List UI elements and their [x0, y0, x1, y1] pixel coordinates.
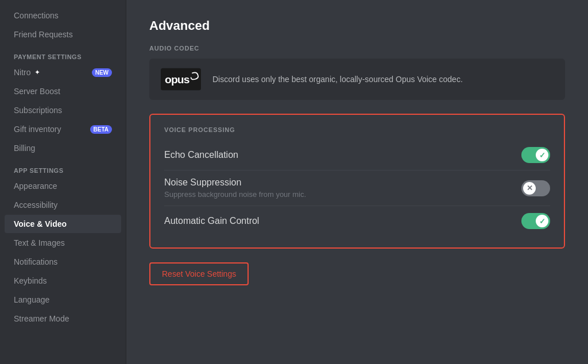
nitro-item-label: Nitro ✦	[14, 68, 40, 77]
sidebar-item-appearance[interactable]: Appearance	[5, 177, 121, 195]
sidebar-item-friend-requests[interactable]: Friend Requests	[5, 25, 121, 44]
codec-section-label: AUDIO CODEC	[149, 45, 565, 52]
sidebar-item-language[interactable]: Language	[5, 291, 121, 309]
noise-suppression-knob	[523, 182, 536, 195]
voice-processing-box: VOICE PROCESSING Echo Cancellation Noise…	[149, 114, 565, 249]
echo-cancellation-toggle[interactable]	[521, 147, 550, 163]
agc-toggle[interactable]	[521, 213, 550, 229]
sidebar-item-connections[interactable]: Connections	[5, 6, 121, 25]
noise-suppression-toggle[interactable]	[521, 180, 550, 196]
agc-knob	[536, 215, 548, 227]
codec-card: opus Discord uses only the best organic,…	[149, 59, 565, 100]
sidebar-item-billing[interactable]: Billing	[5, 139, 121, 157]
sidebar-section-payment: PAYMENT SETTINGS	[0, 44, 126, 63]
sidebar-item-subscriptions[interactable]: Subscriptions	[5, 101, 121, 119]
echo-cancellation-name: Echo Cancellation	[164, 150, 521, 160]
noise-suppression-left: Noise Suppression Suppress background no…	[164, 177, 521, 199]
sidebar: Connections Friend Requests PAYMENT SETT…	[0, 0, 126, 364]
agc-left: Automatic Gain Control	[164, 216, 521, 226]
sparkle-icon: ✦	[34, 68, 40, 76]
codec-description: Discord uses only the best organic, loca…	[212, 75, 463, 84]
noise-suppression-name: Noise Suppression	[164, 177, 521, 188]
noise-suppression-row: Noise Suppression Suppress background no…	[164, 170, 550, 206]
agc-name: Automatic Gain Control	[164, 216, 521, 226]
sidebar-item-label: Friend Requests	[14, 30, 73, 39]
sidebar-item-server-boost[interactable]: Server Boost	[5, 82, 121, 100]
sidebar-item-streamer-mode[interactable]: Streamer Mode	[5, 309, 121, 328]
main-content: Advanced AUDIO CODEC opus Discord uses o…	[126, 0, 588, 364]
sidebar-section-app: APP SETTINGS	[0, 158, 126, 176]
sidebar-item-gift-inventory[interactable]: Gift inventory BETA	[5, 120, 121, 138]
echo-cancellation-left: Echo Cancellation	[164, 150, 521, 160]
voice-section-label: VOICE PROCESSING	[164, 126, 550, 133]
agc-row: Automatic Gain Control	[164, 206, 550, 236]
svg-text:opus: opus	[165, 73, 189, 86]
sidebar-item-nitro[interactable]: Nitro ✦ NEW	[5, 63, 121, 82]
echo-cancellation-knob	[536, 149, 548, 161]
opus-logo: opus	[161, 68, 201, 91]
gift-beta-badge: BETA	[90, 125, 112, 134]
reset-voice-settings-button[interactable]: Reset Voice Settings	[149, 262, 249, 285]
sidebar-item-text-images[interactable]: Text & Images	[5, 234, 121, 252]
sidebar-item-notifications[interactable]: Notifications	[5, 253, 121, 271]
nitro-new-badge: NEW	[92, 68, 112, 77]
sidebar-item-accessibility[interactable]: Accessibility	[5, 196, 121, 214]
noise-suppression-desc: Suppress background noise from your mic.	[164, 190, 521, 199]
sidebar-item-label: Connections	[14, 11, 59, 20]
sidebar-item-keybinds[interactable]: Keybinds	[5, 272, 121, 290]
sidebar-item-voice-video[interactable]: Voice & Video	[5, 215, 121, 233]
page-title: Advanced	[149, 18, 565, 33]
echo-cancellation-row: Echo Cancellation	[164, 140, 550, 170]
